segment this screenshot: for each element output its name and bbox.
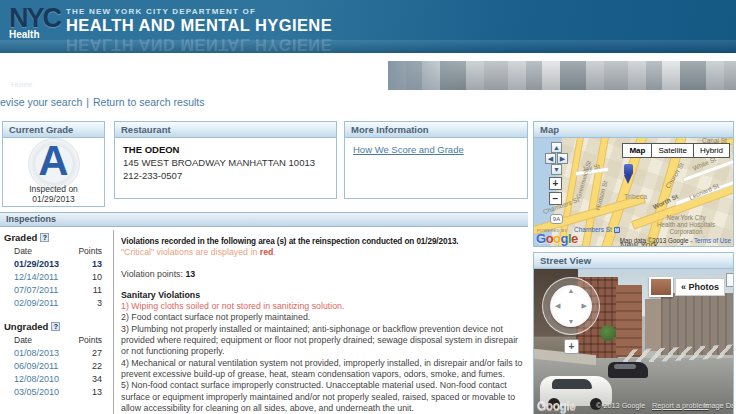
map-label-chambers-station: Chambers St M <box>574 226 620 233</box>
violation-item: 1) Wiping cloths soiled or not stored in… <box>121 301 524 312</box>
map-type-satellite-button[interactable]: Satellite <box>651 143 693 158</box>
page-title: Restaurant Inspection Information <box>10 64 230 79</box>
report-a-problem-link[interactable]: Report a problem <box>652 401 708 410</box>
ungraded-row: 12/08/2010 34 <box>0 372 112 385</box>
restaurant-header: Restaurant <box>115 122 336 138</box>
revise-search-link[interactable]: evise your search <box>0 96 82 108</box>
inspection-date-link[interactable]: 06/09/2011 <box>14 361 58 371</box>
graded-points-header: Points <box>78 246 102 256</box>
violation-item: 3) Plumbing not properly installed or ma… <box>121 324 524 358</box>
map-chambers-station-text: Chambers St <box>574 226 612 233</box>
app-header: NYC Health THE NEW YORK CITY DEPARTMENT … <box>0 0 736 53</box>
expand-icon[interactable] <box>726 273 733 287</box>
pan-right-button[interactable]: ▶ <box>557 153 568 164</box>
ungraded-label-text: Ungraded <box>4 321 48 332</box>
inspection-points: 11 <box>93 285 102 295</box>
return-results-link[interactable]: Return to search results <box>93 96 204 108</box>
sv-tree <box>600 325 616 341</box>
inspection-date-link[interactable]: 07/07/2011 <box>14 285 58 295</box>
street-view-header: Street View <box>534 253 733 269</box>
map-pin-icon <box>622 164 634 184</box>
compass-right-arrow[interactable]: ▶ <box>582 302 587 310</box>
graded-group-label: Graded ? <box>0 230 112 245</box>
violations-detail: Violations recorded in the following are… <box>121 236 524 414</box>
street-view-canvas[interactable]: ▲ ▼ ◀ ▶ + « Photos Google © 2013 Google … <box>534 269 733 414</box>
violations-heading: Violations recorded in the following are… <box>121 236 524 247</box>
terms-of-use-link[interactable]: Terms of Use <box>694 237 731 244</box>
photos-thumbnail <box>649 277 673 297</box>
critical-note: "Critical" violations are displayed in r… <box>121 247 524 258</box>
grade-body: A Inspected on 01/29/2013 <box>3 138 104 206</box>
current-grade-header: Current Grade <box>3 122 104 138</box>
map-zoom-in-button[interactable]: + <box>549 177 562 190</box>
violation-points-label: Violation points: <box>121 269 185 279</box>
graded-row: 07/07/2011 11 <box>0 283 112 296</box>
map-header: Map <box>534 122 733 138</box>
street-view-zoom-in-button[interactable]: + <box>564 339 579 354</box>
compass-down-arrow[interactable]: ▼ <box>568 318 575 325</box>
restaurant-card: Restaurant THE ODEON 145 WEST BROADWAY M… <box>114 121 337 199</box>
inspection-date-link[interactable]: 01/08/2013 <box>14 348 59 358</box>
inspection-date-link[interactable]: 02/09/2011 <box>14 298 58 308</box>
column-divider <box>113 230 114 414</box>
nyc-logo-text: NYC <box>9 5 60 31</box>
restaurant-inspection-page: NYC Health THE NEW YORK CITY DEPARTMENT … <box>0 0 736 414</box>
compass-up-arrow[interactable]: ▲ <box>568 287 575 294</box>
map-zoom-out-button[interactable]: − <box>549 192 562 205</box>
inspections-list: Graded ? Date Points 01/29/2013 13 12/14… <box>0 230 112 398</box>
department-line2: HEALTH AND MENTAL HYGIENE <box>66 16 332 35</box>
inspection-date-link[interactable]: 03/05/2010 <box>14 387 59 397</box>
inspection-points: 22 <box>92 361 102 371</box>
ungraded-row: 01/08/2013 27 <box>0 346 112 359</box>
inspection-date-link[interactable]: 12/14/2011 <box>14 272 58 282</box>
department-line2-reflection: HEALTH AND MENTAL HYGIENE <box>66 35 332 53</box>
inspection-points: 3 <box>97 298 102 308</box>
pan-left-button[interactable]: ◀ <box>545 153 556 164</box>
kitchen-photo-banner <box>388 61 736 90</box>
inspection-date-link[interactable]: 01/29/2013 <box>14 259 59 269</box>
pan-up-button[interactable]: ▲ <box>551 142 562 153</box>
grade-letter: A <box>3 138 104 184</box>
compass-left-arrow[interactable]: ◀ <box>555 302 560 310</box>
restaurant-details: THE ODEON 145 WEST BROADWAY MANHATTAN 10… <box>115 138 336 187</box>
pan-down-button[interactable]: ▼ <box>551 164 562 175</box>
breadcrumb[interactable]: Home <box>11 80 32 89</box>
graded-row: 12/14/2011 10 <box>0 270 112 283</box>
map-type-map-button[interactable]: Map <box>622 143 652 158</box>
ungraded-date-header: Date <box>14 335 32 345</box>
ungraded-points-header: Points <box>78 335 102 345</box>
critical-note-red-word: red <box>260 247 274 257</box>
ungraded-help-icon[interactable]: ? <box>51 322 60 331</box>
google-logo: Google <box>537 399 575 413</box>
graded-row: 01/29/2013 13 <box>0 257 112 270</box>
ungraded-group-label: Ungraded ? <box>0 319 112 334</box>
restaurant-address: 145 WEST BROADWAY MANHATTAN 10013 <box>123 156 328 169</box>
poi-line3: Corporation <box>646 228 726 235</box>
map-canvas[interactable]: Greenwich St Jay St Hudson St Chambers S… <box>534 138 733 246</box>
page-title-bar: Restaurant Inspection Information Home <box>0 61 736 90</box>
nyc-health-logo: NYC Health <box>9 5 60 40</box>
ungraded-row: 03/05/2010 13 <box>0 385 112 398</box>
department-line1: THE NEW YORK CITY DEPARTMENT OF <box>66 7 332 16</box>
inspection-date-link[interactable]: 12/08/2010 <box>14 374 59 384</box>
inspection-points: 13 <box>92 387 102 397</box>
google-logo: Google <box>536 231 578 246</box>
photos-button[interactable]: « Photos <box>649 277 725 297</box>
inspection-points: 34 <box>92 374 102 384</box>
sanitary-violations-title: Sanitary Violations <box>121 290 524 301</box>
map-type-hybrid-button[interactable]: Hybrid <box>693 143 730 158</box>
graded-help-icon[interactable]: ? <box>40 233 49 242</box>
map-type-buttons: Map Satellite Hybrid <box>623 143 730 158</box>
map-pan-control: ▲ ◀▶ ▼ + − <box>538 142 575 205</box>
inspection-points: 10 <box>92 272 102 282</box>
violation-points: Violation points: 13 <box>121 269 524 280</box>
map-clipped-label: New York <box>620 240 658 246</box>
violation-item: 4) Mechanical or natural ventilation sys… <box>121 358 524 381</box>
inspection-points: 27 <box>92 348 102 358</box>
sv-copyright: © 2013 Google <box>596 401 645 410</box>
subway-icon: M <box>614 227 620 233</box>
how-we-score-link[interactable]: How We Score and Grade <box>353 144 464 155</box>
inspection-points: 13 <box>92 259 102 269</box>
graded-table-header: Date Points <box>0 245 112 257</box>
street-view-compass-control[interactable]: ▲ ▼ ◀ ▶ <box>542 277 600 335</box>
